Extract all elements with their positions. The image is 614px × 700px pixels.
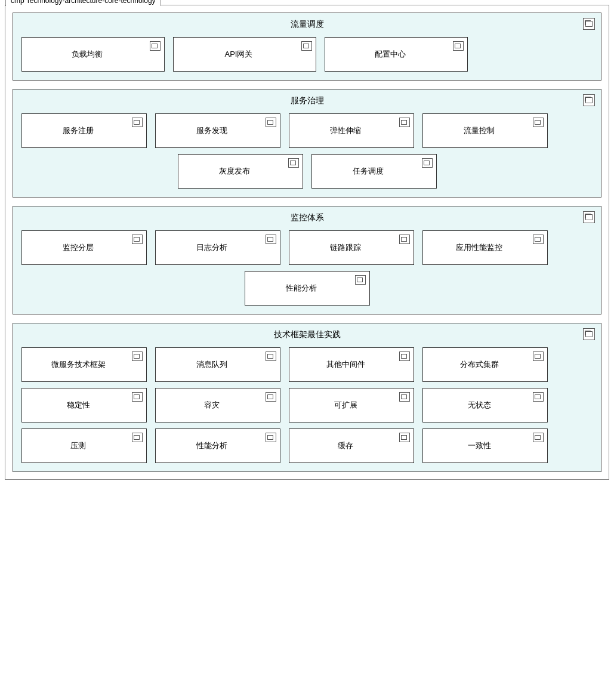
section-title-fuwu: 服务治理 xyxy=(21,95,593,106)
card-label-容灾: 容灾 xyxy=(204,400,220,411)
card-label-负载均衡: 负载均衡 xyxy=(72,49,103,60)
card-微服务技术框架[interactable]: 微服务技术框架 xyxy=(21,347,147,382)
card-label-服务发现: 服务发现 xyxy=(196,125,227,136)
card-label-性能分析: 性能分析 xyxy=(196,440,227,451)
card-无状态[interactable]: 无状态 xyxy=(422,388,548,423)
section-icon-liuliang xyxy=(583,18,595,30)
card-label-API网关: API网关 xyxy=(225,49,253,60)
section-icon-jiankong xyxy=(583,211,595,223)
section-title-jishu: 技术框架最佳实践 xyxy=(21,329,593,340)
cards-row-jishu-1: 稳定性容灾可扩展无状态 xyxy=(21,388,593,423)
card-icon-灰度发布 xyxy=(288,158,299,168)
card-label-弹性伸缩: 弹性伸缩 xyxy=(330,125,361,136)
card-label-分布式集群: 分布式集群 xyxy=(460,359,499,370)
section-icon-jishu xyxy=(583,328,595,340)
card-icon-服务注册 xyxy=(132,118,143,127)
card-icon-监控分层 xyxy=(132,235,143,244)
content-area: 流量调度负载均衡API网关配置中心服务治理服务注册服务发现弹性伸缩流量控制灰度发… xyxy=(5,5,609,479)
card-icon-压测 xyxy=(132,433,143,442)
card-性能分析[interactable]: 性能分析 xyxy=(245,271,370,306)
card-icon-链路跟踪 xyxy=(399,235,410,244)
cards-row-jishu-0: 微服务技术框架消息队列其他中间件分布式集群 xyxy=(21,347,593,382)
card-链路跟踪[interactable]: 链路跟踪 xyxy=(289,230,414,265)
cards-row-jiankong-1: 性能分析 xyxy=(21,271,593,306)
section-fuwu: 服务治理服务注册服务发现弹性伸缩流量控制灰度发布任务调度 xyxy=(13,89,601,198)
card-icon-其他中间件 xyxy=(399,351,410,361)
card-label-消息队列: 消息队列 xyxy=(196,359,227,370)
card-负载均衡[interactable]: 负载均衡 xyxy=(21,37,165,72)
card-icon-弹性伸缩 xyxy=(399,118,410,127)
card-可扩展[interactable]: 可扩展 xyxy=(289,388,414,423)
card-icon-无状态 xyxy=(533,392,544,402)
cards-row-liuliang-0: 负载均衡API网关配置中心 xyxy=(21,37,593,72)
card-label-流量控制: 流量控制 xyxy=(464,125,495,136)
card-icon-API网关 xyxy=(301,41,312,51)
section-liuliang: 流量调度负载均衡API网关配置中心 xyxy=(13,13,601,81)
card-label-应用性能监控: 应用性能监控 xyxy=(456,242,502,253)
card-压测[interactable]: 压测 xyxy=(21,428,147,463)
card-消息队列[interactable]: 消息队列 xyxy=(155,347,280,382)
card-label-日志分析: 日志分析 xyxy=(196,242,227,253)
card-服务发现[interactable]: 服务发现 xyxy=(155,113,280,148)
card-label-服务注册: 服务注册 xyxy=(63,125,94,136)
tab-label: cmp Technology-architecture-core-technol… xyxy=(5,0,161,6)
card-稳定性[interactable]: 稳定性 xyxy=(21,388,147,423)
card-icon-可扩展 xyxy=(399,392,410,402)
cards-row-jishu-2: 压测性能分析缓存一致性 xyxy=(21,428,593,463)
card-icon-日志分析 xyxy=(266,235,276,244)
card-label-压测: 压测 xyxy=(70,440,86,451)
card-其他中间件[interactable]: 其他中间件 xyxy=(289,347,414,382)
section-title-liuliang: 流量调度 xyxy=(21,19,593,30)
card-icon-流量控制 xyxy=(533,118,544,127)
section-jishu: 技术框架最佳实践微服务技术框架消息队列其他中间件分布式集群稳定性容灾可扩展无状态… xyxy=(13,323,601,472)
section-icon-fuwu xyxy=(583,94,595,106)
card-监控分层[interactable]: 监控分层 xyxy=(21,230,147,265)
card-icon-缓存 xyxy=(399,433,410,442)
card-icon-配置中心 xyxy=(453,41,464,51)
card-icon-容灾 xyxy=(266,392,276,402)
card-icon-分布式集群 xyxy=(533,351,544,361)
section-jiankong: 监控体系监控分层日志分析链路跟踪应用性能监控性能分析 xyxy=(13,206,601,314)
card-label-稳定性: 稳定性 xyxy=(67,400,90,411)
card-一致性[interactable]: 一致性 xyxy=(422,428,548,463)
card-label-一致性: 一致性 xyxy=(468,440,491,451)
card-icon-性能分析 xyxy=(355,275,366,285)
card-配置中心[interactable]: 配置中心 xyxy=(325,37,468,72)
page-wrapper: cmp Technology-architecture-core-technol… xyxy=(5,5,609,480)
card-服务注册[interactable]: 服务注册 xyxy=(21,113,147,148)
card-icon-任务调度 xyxy=(422,158,433,168)
card-label-配置中心: 配置中心 xyxy=(375,49,406,60)
card-性能分析[interactable]: 性能分析 xyxy=(155,428,280,463)
cards-row-fuwu-1: 灰度发布任务调度 xyxy=(21,154,593,189)
card-icon-稳定性 xyxy=(132,392,143,402)
card-icon-消息队列 xyxy=(266,351,276,361)
card-icon-一致性 xyxy=(533,433,544,442)
section-title-jiankong: 监控体系 xyxy=(21,212,593,223)
card-icon-服务发现 xyxy=(266,118,276,127)
card-日志分析[interactable]: 日志分析 xyxy=(155,230,280,265)
card-label-性能分析: 性能分析 xyxy=(286,283,317,294)
card-label-任务调度: 任务调度 xyxy=(353,166,384,177)
card-icon-负载均衡 xyxy=(150,41,161,51)
card-label-微服务技术框架: 微服务技术框架 xyxy=(51,359,106,370)
card-label-缓存: 缓存 xyxy=(338,440,353,451)
card-label-监控分层: 监控分层 xyxy=(63,242,94,253)
card-label-灰度发布: 灰度发布 xyxy=(219,166,250,177)
card-label-可扩展: 可扩展 xyxy=(334,400,357,411)
cards-row-fuwu-0: 服务注册服务发现弹性伸缩流量控制 xyxy=(21,113,593,148)
card-缓存[interactable]: 缓存 xyxy=(289,428,414,463)
card-应用性能监控[interactable]: 应用性能监控 xyxy=(422,230,548,265)
card-流量控制[interactable]: 流量控制 xyxy=(422,113,548,148)
card-分布式集群[interactable]: 分布式集群 xyxy=(422,347,548,382)
card-容灾[interactable]: 容灾 xyxy=(155,388,280,423)
card-任务调度[interactable]: 任务调度 xyxy=(311,154,437,189)
card-icon-微服务技术框架 xyxy=(132,351,143,361)
card-灰度发布[interactable]: 灰度发布 xyxy=(178,154,303,189)
card-API网关[interactable]: API网关 xyxy=(173,37,316,72)
card-label-无状态: 无状态 xyxy=(468,400,491,411)
cards-row-jiankong-0: 监控分层日志分析链路跟踪应用性能监控 xyxy=(21,230,593,265)
card-icon-应用性能监控 xyxy=(533,235,544,244)
card-label-其他中间件: 其他中间件 xyxy=(326,359,365,370)
card-弹性伸缩[interactable]: 弹性伸缩 xyxy=(289,113,414,148)
card-label-链路跟踪: 链路跟踪 xyxy=(330,242,361,253)
